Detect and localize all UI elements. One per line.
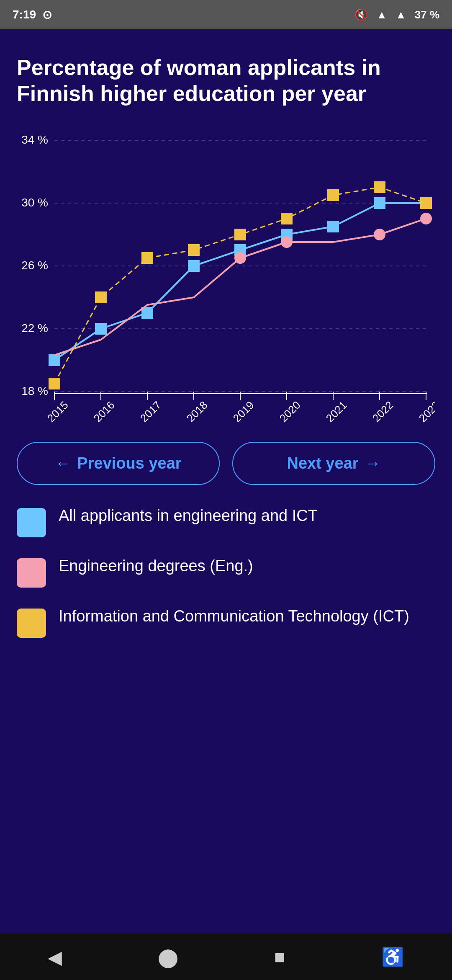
back-button[interactable]: ◀ (48, 946, 62, 968)
status-left: 7:19 ⊙ (13, 8, 52, 22)
svg-point-40 (374, 229, 385, 240)
chart-container: 34 % 30 % 26 % 22 % 18 % 2015 2016 2017 (17, 132, 435, 425)
svg-rect-43 (95, 291, 107, 303)
legend-item-engineering-eng: Engineering degrees (Eng.) (17, 556, 435, 588)
svg-text:18 %: 18 % (21, 384, 48, 397)
svg-text:2019: 2019 (231, 399, 257, 425)
svg-text:26 %: 26 % (21, 259, 48, 272)
main-content: Percentage of woman applicants in Finnis… (0, 29, 452, 669)
svg-point-39 (281, 236, 293, 248)
svg-point-38 (234, 252, 246, 264)
wifi-icon: ▲ (376, 8, 387, 21)
legend-item-ict: Information and Communication Technology… (17, 606, 435, 638)
arrow-left-icon: ← (55, 454, 71, 472)
svg-text:22 %: 22 % (21, 322, 48, 335)
svg-text:30 %: 30 % (21, 196, 48, 209)
svg-rect-32 (188, 260, 200, 272)
svg-text:2016: 2016 (91, 399, 117, 425)
nav-buttons: ← Previous year Next year → (17, 442, 435, 485)
battery-display: 37 % (415, 8, 439, 21)
previous-year-label: Previous year (77, 454, 181, 472)
legend-swatch-engineering-eng (17, 558, 46, 588)
svg-text:2022: 2022 (370, 399, 396, 425)
svg-rect-49 (374, 181, 385, 193)
svg-rect-42 (49, 378, 60, 389)
legend-swatch-engineering-ict (17, 508, 46, 537)
svg-rect-45 (188, 244, 200, 256)
status-bar: 7:19 ⊙ 🔇 ▲ ▲ 37 % (0, 0, 452, 29)
status-right: 🔇 ▲ ▲ 37 % (354, 8, 439, 21)
legend-item-engineering-ict: All applicants in engineering and ICT (17, 506, 435, 537)
svg-text:2017: 2017 (138, 399, 164, 425)
page-title: Percentage of woman applicants in Finnis… (17, 54, 435, 107)
signal-icon: ▲ (396, 8, 406, 21)
arrow-right-icon: → (365, 454, 381, 472)
svg-rect-50 (420, 197, 432, 209)
next-year-button[interactable]: Next year → (232, 442, 435, 485)
legend-label-engineering-ict: All applicants in engineering and ICT (59, 506, 318, 526)
legend-label-engineering-eng: Engineering degrees (Eng.) (59, 556, 253, 576)
svg-text:34 %: 34 % (21, 133, 48, 146)
home-button[interactable]: ⬤ (158, 946, 178, 968)
svg-rect-46 (234, 229, 246, 240)
svg-rect-36 (374, 197, 385, 209)
chart-svg: 34 % 30 % 26 % 22 % 18 % 2015 2016 2017 (17, 132, 435, 425)
svg-text:2015: 2015 (45, 399, 71, 425)
svg-point-41 (420, 213, 432, 224)
legend: All applicants in engineering and ICT En… (17, 506, 435, 638)
svg-text:2018: 2018 (184, 399, 210, 425)
svg-rect-48 (327, 189, 339, 201)
svg-rect-30 (95, 323, 107, 335)
svg-rect-29 (49, 354, 60, 366)
svg-text:2021: 2021 (324, 399, 349, 425)
svg-rect-47 (281, 213, 293, 224)
mute-icon: 🔇 (354, 8, 368, 21)
recents-button[interactable]: ■ (274, 946, 285, 967)
svg-text:2020: 2020 (277, 399, 303, 425)
legend-swatch-ict (17, 609, 46, 638)
svg-rect-35 (327, 221, 339, 232)
bottom-nav-bar: ◀ ⬤ ■ ♿ (0, 934, 452, 980)
sync-icon: ⊙ (42, 8, 52, 22)
svg-text:2023: 2023 (416, 399, 435, 425)
next-year-label: Next year (287, 454, 358, 472)
accessibility-button[interactable]: ♿ (381, 946, 404, 968)
legend-label-ict: Information and Communication Technology… (59, 606, 409, 627)
svg-rect-44 (141, 252, 153, 264)
time-display: 7:19 (13, 8, 36, 21)
previous-year-button[interactable]: ← Previous year (17, 442, 220, 485)
